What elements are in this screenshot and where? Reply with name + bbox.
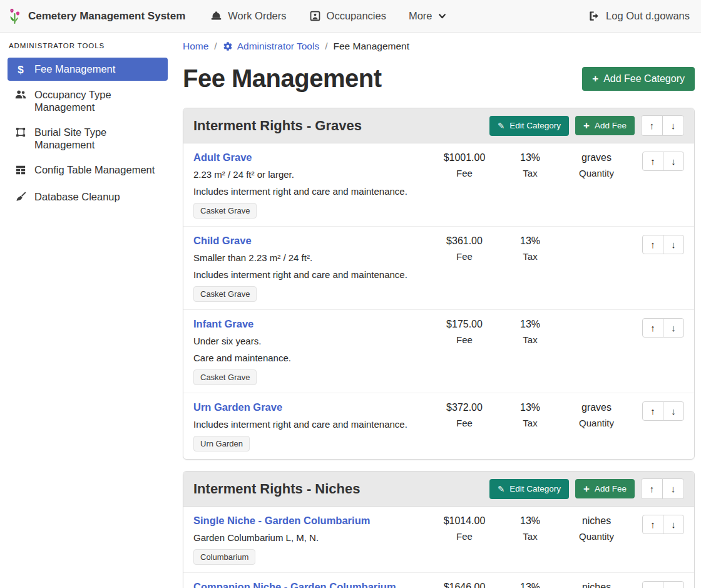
nav-item-label: Occupancies xyxy=(327,10,386,22)
move-up-button[interactable]: ↑ xyxy=(642,515,663,534)
chevron-down-icon xyxy=(438,12,446,20)
fee-row-main: Adult Grave2.23 m² / 24 ft² or larger.In… xyxy=(193,152,430,219)
breadcrumb-admin-tools-link[interactable]: Administrator Tools xyxy=(223,41,320,52)
fee-name-link[interactable]: Companion Niche - Garden Columbarium xyxy=(193,581,396,588)
move-up-button[interactable]: ↑ xyxy=(642,401,663,421)
quantity-value: niches xyxy=(561,582,632,588)
fee-name-link[interactable]: Urn Garden Grave xyxy=(193,401,282,413)
add-fee-category-label: Add Fee Category xyxy=(603,73,685,85)
top-navbar: Cemetery Management System Work Orders O… xyxy=(0,0,701,33)
fee-type-badge: Columbarium xyxy=(193,549,255,565)
fee-amount-column: $361.00Fee xyxy=(430,235,499,262)
move-up-button[interactable]: ↑ xyxy=(642,581,663,588)
move-up-button[interactable]: ↑ xyxy=(642,152,663,171)
dollar-icon: $ xyxy=(14,63,28,76)
fee-row-main: Child GraveSmaller than 2.23 m² / 24 ft²… xyxy=(193,235,430,302)
fee-row: Single Niche - Garden ColumbariumGarden … xyxy=(183,507,694,573)
tax-column: 13%Tax xyxy=(499,581,561,588)
fee-row-main: Infant GraveUnder six years.Care and mai… xyxy=(193,318,430,385)
fee-row: Infant GraveUnder six years.Care and mai… xyxy=(183,310,694,393)
tax-value: 13% xyxy=(499,582,561,588)
nav-item-work-orders[interactable]: Work Orders xyxy=(210,10,286,22)
fee-amount-column: $1014.00Fee xyxy=(430,515,499,542)
tulip-logo-icon xyxy=(8,8,23,25)
quantity-column: gravesQuantity xyxy=(561,401,632,428)
add-fee-button[interactable]: +Add Fee xyxy=(575,479,635,498)
sidebar-item-burial-site-type-management[interactable]: Burial Site Type Management xyxy=(8,121,168,156)
tax-column: 13%Tax xyxy=(499,318,561,345)
move-up-button[interactable]: ↑ xyxy=(641,478,663,499)
fee-row: Adult Grave2.23 m² / 24 ft² or larger.In… xyxy=(183,143,694,227)
pencil-icon: ✎ xyxy=(498,121,504,131)
reorder-fee: ↑↓ xyxy=(642,581,684,588)
fee-description: Includes interment right and care and ma… xyxy=(193,186,430,197)
fee-row-main: Single Niche - Garden ColumbariumGarden … xyxy=(193,515,430,565)
sidebar-item-config-table-management[interactable]: Config Table Management xyxy=(8,158,168,183)
quantity-label: Quantity xyxy=(561,418,632,428)
tax-label: Tax xyxy=(499,168,561,178)
edit-category-button[interactable]: ✎Edit Category xyxy=(489,116,569,136)
add-fee-category-button[interactable]: + Add Fee Category xyxy=(582,67,695,91)
fee-description: Includes interment right and care and ma… xyxy=(193,269,430,280)
tax-value: 13% xyxy=(499,319,561,330)
fee-name-link[interactable]: Adult Grave xyxy=(193,152,252,163)
move-down-button[interactable]: ↓ xyxy=(662,478,684,499)
page-title: Fee Management xyxy=(183,64,382,93)
fee-description: 2.23 m² / 24 ft² or larger. xyxy=(193,169,430,180)
quantity-value: graves xyxy=(561,402,632,413)
quantity-column: gravesQuantity xyxy=(561,152,632,178)
fee-description: Garden Columbarium L, M, N. xyxy=(193,532,430,543)
quantity-value: graves xyxy=(561,152,632,163)
fee-type-badge: Casket Grave xyxy=(193,203,257,219)
move-up-button[interactable]: ↑ xyxy=(642,318,663,338)
move-down-button[interactable]: ↓ xyxy=(662,115,684,136)
breadcrumb-admin-tools-label: Administrator Tools xyxy=(237,41,320,52)
fee-name-link[interactable]: Infant Grave xyxy=(193,318,253,330)
tax-column: 13%Tax xyxy=(499,515,561,542)
edit-category-button[interactable]: ✎Edit Category xyxy=(489,479,569,499)
edit-category-label: Edit Category xyxy=(509,121,561,130)
nav-item-more[interactable]: More xyxy=(409,10,446,22)
reorder-fee: ↑↓ xyxy=(642,318,684,338)
sidebar-item-occupancy-type-management[interactable]: Occupancy Type Management xyxy=(8,83,168,118)
tax-value: 13% xyxy=(499,402,561,413)
quantity-value: niches xyxy=(561,515,632,527)
nav-item-label: Work Orders xyxy=(228,10,286,22)
move-down-button[interactable]: ↓ xyxy=(663,318,684,338)
title-row: Fee Management + Add Fee Category xyxy=(183,64,695,93)
fee-type-badge: Casket Grave xyxy=(193,369,257,385)
fee-name-link[interactable]: Child Grave xyxy=(193,235,252,247)
sidebar-item-label: Burial Site Type Management xyxy=(34,126,161,151)
breadcrumb-home-link[interactable]: Home xyxy=(183,41,208,52)
add-fee-button[interactable]: +Add Fee xyxy=(575,116,635,135)
fee-description: Under six years. xyxy=(193,336,430,346)
sidebar-item-database-cleanup[interactable]: Database Cleanup xyxy=(8,185,168,210)
tax-column: 13%Tax xyxy=(499,235,561,262)
move-down-button[interactable]: ↓ xyxy=(663,581,684,588)
fee-name-link[interactable]: Single Niche - Garden Columbarium xyxy=(193,515,370,527)
move-up-button[interactable]: ↑ xyxy=(642,235,663,254)
sign-out-icon xyxy=(588,10,600,22)
logout-label: Log Out d.gowans xyxy=(606,10,690,22)
categories: Interment Rights - Graves✎Edit Category+… xyxy=(183,108,695,588)
quantity-column xyxy=(561,318,632,319)
fee-reorder-controls: ↑↓ xyxy=(639,152,684,171)
occupant-frame-icon xyxy=(309,10,321,22)
move-up-button[interactable]: ↑ xyxy=(641,115,663,136)
fee-reorder-controls: ↑↓ xyxy=(639,515,684,534)
logout-button[interactable]: Log Out d.gowans xyxy=(588,10,690,22)
move-down-button[interactable]: ↓ xyxy=(663,152,684,171)
fee-amount-value: $175.00 xyxy=(430,319,499,330)
tax-column: 13%Tax xyxy=(499,401,561,428)
move-down-button[interactable]: ↓ xyxy=(663,235,684,254)
nav-item-occupancies[interactable]: Occupancies xyxy=(309,10,386,22)
sidebar-item-fee-management[interactable]: $ Fee Management xyxy=(8,58,168,81)
move-down-button[interactable]: ↓ xyxy=(663,401,684,421)
fee-description: Smaller than 2.23 m² / 24 ft². xyxy=(193,252,430,263)
tax-value: 13% xyxy=(499,515,561,527)
fee-amount-value: $361.00 xyxy=(430,235,499,247)
brand-home-link[interactable]: Cemetery Management System xyxy=(8,8,185,25)
move-down-button[interactable]: ↓ xyxy=(663,515,684,534)
fee-reorder-controls: ↑↓ xyxy=(639,401,684,421)
sidebar-item-label: Occupancy Type Management xyxy=(34,88,161,113)
